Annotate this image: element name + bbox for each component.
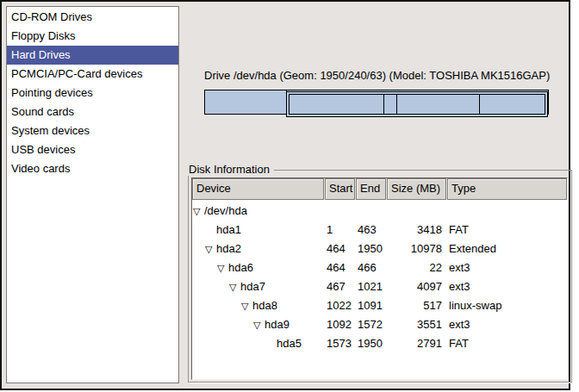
start-cell: 1	[325, 221, 355, 240]
type-cell: Extended	[447, 240, 567, 258]
column-header-start[interactable]: Start	[325, 178, 355, 200]
end-cell: 1021	[356, 277, 386, 296]
sidebar-item-hard-drives[interactable]: Hard Drives	[7, 46, 178, 65]
table-row-hda8[interactable]: ▽ hda8 1022 1091 517 linux-swap	[192, 296, 567, 315]
sidebar-item-pcmcia-pc-card-devices[interactable]: PCMCIA/PC-Card devices	[7, 65, 178, 84]
column-header-size-mb[interactable]: Size (MB)	[387, 178, 446, 200]
sidebar-item-label: Floppy Disks	[11, 29, 75, 42]
device-cell: ▽ hda8	[192, 296, 324, 315]
size-cell: 10978	[387, 240, 446, 258]
partition-segment-hda7	[290, 95, 385, 114]
sidebar-item-label: USB devices	[11, 143, 75, 156]
sidebar-item-video-cards[interactable]: Video cards	[7, 159, 178, 178]
hardware-browser-window: CD-ROM Drives Floppy Disks Hard Drives P…	[0, 0, 570, 390]
end-cell: 1572	[356, 315, 386, 334]
device-cell: hda1	[192, 221, 324, 240]
device-label: hda5	[277, 334, 302, 353]
table-row-dev-hda[interactable]: ▽ /dev/hda	[192, 202, 567, 221]
device-cell: ▽ /dev/hda	[192, 202, 324, 221]
partition-segment-hda9	[397, 95, 480, 114]
size-cell: 3551	[387, 315, 446, 334]
table-row-hda9[interactable]: ▽ hda9 1092 1572 3551 ext3	[192, 315, 567, 334]
table-row-hda7[interactable]: ▽ hda7 467 1021 4097 ext3	[192, 277, 567, 296]
column-header-type[interactable]: Type	[447, 178, 567, 200]
type-cell: linux-swap	[447, 296, 567, 315]
device-cell: ▽ hda2	[192, 240, 324, 258]
sidebar-item-sound-cards[interactable]: Sound cards	[7, 103, 178, 121]
sidebar-item-cd-rom-drives[interactable]: CD-ROM Drives	[7, 8, 178, 27]
sidebar-item-label: CD-ROM Drives	[11, 10, 92, 23]
partition-segment-hda5	[480, 95, 545, 114]
partition-segment-hda8	[384, 95, 396, 114]
device-label: hda8	[252, 296, 277, 315]
size-cell	[387, 202, 446, 221]
start-cell: 464	[325, 240, 355, 258]
size-cell: 3418	[387, 221, 446, 240]
table-row-hda5[interactable]: hda5 1573 1950 2791 FAT	[192, 334, 567, 353]
device-cell: hda5	[192, 334, 324, 353]
size-cell: 517	[387, 296, 446, 315]
start-cell: 467	[325, 277, 355, 296]
device-label: hda2	[216, 240, 241, 258]
extended-partition-inner	[289, 94, 545, 115]
sidebar-item-label: PCMCIA/PC-Card devices	[11, 67, 142, 80]
sidebar-item-pointing-devices[interactable]: Pointing devices	[7, 84, 178, 103]
column-header-device[interactable]: Device	[192, 178, 324, 200]
expander-icon[interactable]: ▽	[193, 202, 204, 221]
expander-icon[interactable]: ▽	[241, 296, 252, 315]
end-cell: 1950	[356, 334, 386, 353]
device-cell: ▽ hda7	[192, 277, 324, 296]
partition-bar	[204, 90, 549, 115]
end-cell	[356, 202, 386, 221]
sidebar-item-usb-devices[interactable]: USB devices	[7, 140, 178, 159]
disk-table-header: Device Start End Size (MB) Type	[192, 178, 567, 200]
column-header-end[interactable]: End	[356, 178, 386, 200]
type-cell: ext3	[447, 315, 567, 334]
end-cell: 463	[356, 221, 386, 240]
end-cell: 466	[356, 258, 386, 277]
expander-icon[interactable]: ▽	[229, 277, 240, 296]
size-cell: 22	[387, 258, 446, 277]
sidebar-item-label: Pointing devices	[11, 86, 93, 99]
start-cell: 1573	[325, 334, 355, 353]
sidebar-item-system-devices[interactable]: System devices	[7, 121, 178, 140]
device-label: hda7	[240, 277, 265, 296]
sidebar-list: CD-ROM Drives Floppy Disks Hard Drives P…	[6, 6, 179, 383]
start-cell: 464	[325, 258, 355, 277]
sidebar-item-label: Video cards	[11, 162, 70, 175]
extended-partition-box-hda2	[286, 91, 548, 117]
start-cell: 1092	[325, 315, 355, 334]
device-label: /dev/hda	[204, 202, 247, 221]
device-label: hda9	[265, 315, 290, 334]
end-cell: 1091	[356, 296, 386, 315]
disk-table: Device Start End Size (MB) Type ▽ /dev/h…	[191, 177, 568, 380]
type-cell: ext3	[447, 277, 567, 296]
device-label: hda1	[216, 221, 241, 240]
end-cell: 1950	[356, 240, 386, 258]
drive-title: Drive /dev/hda (Geom: 1950/240/63) (Mode…	[204, 69, 549, 82]
expander-icon[interactable]: ▽	[205, 240, 216, 258]
partition-segment-hda1	[205, 90, 287, 114]
start-cell: 1022	[325, 296, 355, 315]
size-cell: 2791	[387, 334, 446, 353]
expander-icon[interactable]: ▽	[253, 315, 265, 334]
type-cell: FAT	[447, 221, 567, 240]
table-row-hda6[interactable]: ▽ hda6 464 466 22 ext3	[192, 258, 567, 277]
sidebar-item-label: System devices	[11, 124, 90, 137]
disk-information-frame-label: Disk Information	[188, 164, 274, 176]
sidebar-item-label: Sound cards	[11, 105, 74, 118]
table-row-hda1[interactable]: hda1 1 463 3418 FAT	[192, 221, 567, 240]
device-cell: ▽ hda6	[192, 258, 324, 277]
size-cell: 4097	[387, 277, 446, 296]
start-cell	[325, 202, 355, 221]
type-cell: ext3	[447, 258, 567, 277]
sidebar-item-floppy-disks[interactable]: Floppy Disks	[7, 27, 178, 46]
sidebar-item-label: Hard Drives	[11, 48, 71, 61]
device-cell: ▽ hda9	[192, 315, 324, 334]
expander-icon[interactable]: ▽	[217, 258, 228, 277]
type-cell	[447, 202, 567, 221]
table-row-hda2[interactable]: ▽ hda2 464 1950 10978 Extended	[192, 240, 567, 258]
device-label: hda6	[228, 258, 253, 277]
disk-table-body: ▽ /dev/hda hda1 1 463 3418 FAT ▽ hda2 46…	[192, 200, 567, 353]
type-cell: FAT	[447, 334, 567, 353]
